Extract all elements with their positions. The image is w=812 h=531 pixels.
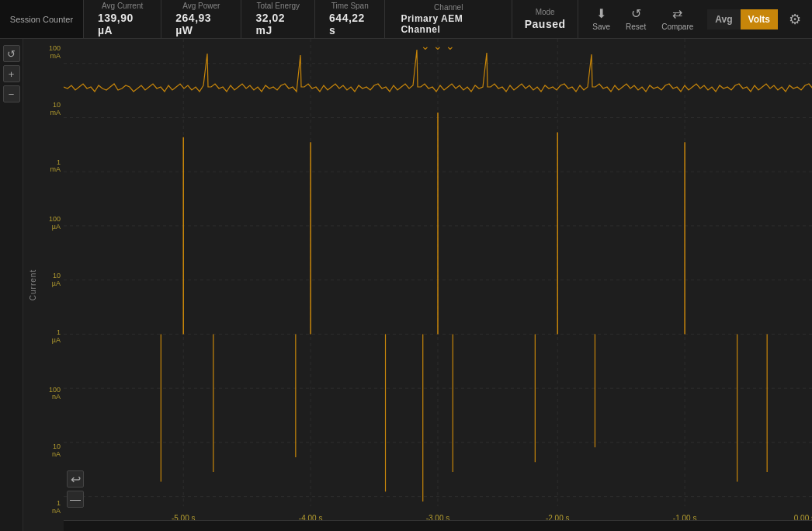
avg-current-value: 139,90 µA (98, 12, 147, 36)
mode-label: Mode (536, 8, 555, 16)
avg-power-stat: Avg Power 264,93 µW (161, 0, 241, 38)
zoom-reset-button[interactable]: ↺ (3, 45, 20, 62)
time-span-stat: Time Span 644,22 s (315, 0, 385, 38)
waveform-button[interactable]: ↩ (67, 470, 84, 488)
line-button[interactable]: — (67, 491, 84, 508)
y-label-10ma: 10mA (26, 102, 61, 117)
reset-button[interactable]: ↺ Reset (619, 5, 652, 34)
save-icon: ⬇ (596, 8, 606, 20)
scrollbar-track[interactable] (64, 520, 812, 531)
avg-power-label: Avg Power (182, 2, 220, 10)
time-span-label: Time Span (331, 2, 369, 10)
bottom-controls: ↩ — (67, 470, 84, 508)
avg-current-stat: Avg Current 139,90 µA (84, 0, 161, 38)
header-right: Avg Volts ⚙ (707, 0, 812, 38)
save-button[interactable]: ⬇ Save (586, 5, 616, 34)
volts-toggle[interactable]: Volts (741, 9, 778, 30)
session-counter: Session Counter (0, 0, 84, 38)
channel-label: Channel (434, 3, 463, 12)
settings-button[interactable]: ⚙ (781, 5, 809, 33)
chart-main[interactable]: ⌄ ⌄ ⌄ -5 (64, 39, 812, 531)
y-label-1na: 1nA (26, 500, 61, 515)
y-label-100ma: 100mA (26, 45, 61, 61)
avg-current-label: Avg Current (102, 2, 143, 10)
reset-icon: ↺ (631, 8, 641, 20)
reset-label: Reset (626, 23, 646, 31)
y-label-100ua: 100µA (26, 216, 61, 231)
compare-button[interactable]: ⇄ Compare (655, 5, 699, 34)
total-energy-value: 32,02 mJ (255, 12, 300, 36)
header-actions: ⬇ Save ↺ Reset ⇄ Compare (578, 0, 707, 38)
chart-container: ↺ + − Current 100mA 10mA 1mA 100µA 10µA … (0, 39, 812, 531)
y-axis-title: Current (29, 269, 37, 300)
total-energy-stat: Total Energy 32,02 mJ (241, 0, 315, 38)
chart-svg: ⌄ ⌄ ⌄ -5 (64, 39, 812, 531)
compare-icon: ⇄ (672, 8, 682, 20)
avg-toggle[interactable]: Avg (707, 9, 740, 30)
header-bar: Session Counter Avg Current 139,90 µA Av… (0, 0, 812, 39)
y-label-1ua: 1µA (26, 329, 61, 345)
y-axis-controls: ↺ + − (0, 39, 23, 531)
cursor-marker: ⌄ ⌄ ⌄ (421, 40, 455, 52)
y-label-100na: 100nA (26, 387, 61, 402)
y-axis: Current 100mA 10mA 1mA 100µA 10µA 1µA 10… (23, 39, 64, 531)
zoom-in-button[interactable]: + (3, 65, 20, 82)
channel-value: Primary AEM Channel (401, 13, 496, 35)
session-counter-label: Session Counter (10, 15, 73, 24)
channel-stat: Channel Primary AEM Channel (385, 0, 512, 38)
y-label-1ma: 1mA (26, 159, 61, 175)
avg-power-value: 264,93 µW (175, 12, 227, 36)
mode-value: Paused (525, 18, 566, 30)
y-label-10na: 10nA (26, 443, 61, 459)
zoom-out-button[interactable]: − (3, 85, 20, 102)
save-label: Save (592, 23, 610, 31)
compare-label: Compare (661, 23, 693, 31)
settings-icon: ⚙ (789, 11, 801, 28)
time-span-value: 644,22 s (329, 12, 370, 36)
mode-stat: Mode Paused (512, 0, 578, 38)
total-energy-label: Total Energy (256, 2, 300, 10)
